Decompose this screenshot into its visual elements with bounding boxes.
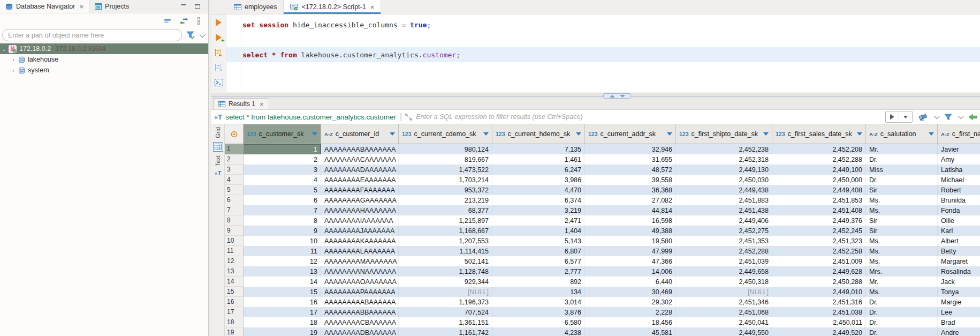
column-header[interactable]: A-Zc_customer_id [321,124,399,144]
tab-projects[interactable]: Projects [89,0,134,13]
column-header[interactable]: A-Zc_first_na [938,124,980,144]
grid-cell[interactable]: 2 [244,154,321,165]
grid-cell[interactable]: 49,388 [585,226,676,236]
sort-arrow-icon[interactable] [576,132,581,136]
grid-cell[interactable]: 2,452,275 [676,226,772,236]
grid-cell[interactable]: 16,598 [585,215,676,226]
row-header[interactable]: 18 [225,317,244,327]
grid-cell[interactable]: 6,580 [492,317,585,327]
row-header[interactable]: 13 [225,266,244,277]
row-header[interactable]: 12 [225,256,244,266]
grid-cell[interactable]: 2,451,408 [772,205,866,215]
grid-cell[interactable]: AAAAAAAADAAAAAAA [321,165,399,175]
grid-cell[interactable]: 3,986 [492,175,585,185]
sort-arrow-icon[interactable] [929,132,934,136]
grid-cell[interactable]: Sir [866,185,938,195]
row-header[interactable]: 3 [225,165,244,175]
chevron-down-icon[interactable] [934,113,940,119]
grid-cell[interactable]: 134 [492,287,585,297]
grid-cell[interactable]: 6,807 [492,246,585,256]
grid-cell[interactable]: 45,581 [585,327,676,336]
grid-cell[interactable]: AAAAAAAACBAAAAAA [321,317,399,327]
grid-cell[interactable]: AAAAAAAAEAAAAAAA [321,175,399,185]
tree-item-lakehouse[interactable]: › lakehouse [0,54,208,65]
tree-item-connection[interactable]: ⌄ 172.18.0.2 172.18.0.2:31604 [0,43,208,54]
grid-cell[interactable]: [NULL] [399,287,492,297]
grid-cell[interactable]: 44,814 [585,205,676,215]
maximize-icon[interactable] [194,4,201,9]
grid-cell[interactable]: Amy [938,154,980,165]
grid-cell[interactable]: 12 [244,256,321,266]
filter-placeholder-text[interactable]: Enter a SQL expression to filter results… [416,113,885,121]
grid-cell[interactable]: 2,449,438 [676,185,772,195]
sort-arrow-icon[interactable] [763,132,769,136]
filter-funnel-icon[interactable] [944,114,952,121]
row-header[interactable]: 14 [225,277,244,287]
grid-cell[interactable]: 2,449,376 [772,215,866,226]
sort-arrow-icon[interactable] [667,132,672,136]
grid-cell[interactable]: AAAAAAAANAAAAAAA [321,266,399,277]
grid-cell[interactable]: 2,452,238 [676,144,772,154]
grid-cell[interactable]: 2,449,406 [676,215,772,226]
grid-cell[interactable]: AAAAAAAAOAAAAAAA [321,277,399,287]
grid-cell[interactable]: Mr. [866,277,938,287]
grid-cell[interactable]: AAAAAAAAGAAAAAAA [321,195,399,205]
grid-cell[interactable]: 47,366 [585,256,676,266]
tree-item-system[interactable]: › system [0,65,208,76]
grid-cell[interactable]: 6,374 [492,195,585,205]
erase-filter-icon[interactable] [918,113,928,121]
sql-code[interactable]: set session hide_inaccessible_columns = … [226,14,980,92]
grid-cell[interactable]: 2,450,030 [676,175,772,185]
grid-cell[interactable]: Mrs. [866,266,938,277]
grid-cell[interactable]: 1,461 [492,154,585,165]
grid-cell[interactable]: Miss [866,165,938,175]
grid-cell[interactable]: 929,344 [399,277,492,287]
grid-cell[interactable]: 2,451,323 [772,236,866,246]
grid-cell[interactable]: AAAAAAAAKAAAAAAA [321,236,399,246]
grid-cell[interactable]: Lee [938,307,980,317]
grid-cell[interactable]: 1 [244,144,321,154]
row-header[interactable]: 11 [225,246,244,256]
overflow-menu-icon[interactable] [196,17,201,25]
grid-cell[interactable]: Latisha [938,165,980,175]
collapsed-chevron-icon[interactable]: › [10,57,17,63]
grid-cell[interactable]: Ms. [866,205,938,215]
grid-cell[interactable]: 27,082 [585,195,676,205]
row-header[interactable]: 2 [225,154,244,165]
grid-cell[interactable]: 502,141 [399,256,492,266]
grid-cell[interactable]: 2,452,318 [676,154,772,165]
grid-cell[interactable]: Ms. [866,195,938,205]
explain-plan-button[interactable] [214,63,224,72]
tab-results-1[interactable]: Results 1 × [213,98,269,109]
grid-cell[interactable]: 2,228 [585,307,676,317]
grid-cell[interactable]: 2,452,288 [676,246,772,256]
row-header[interactable]: 1 [225,144,244,154]
grid-cell[interactable]: 7 [244,205,321,215]
grid-cell[interactable]: 1,473,522 [399,165,492,175]
grid-cell[interactable]: 3,014 [492,297,585,307]
grid-cell[interactable]: 2,451,068 [676,307,772,317]
tab-text[interactable]: «T [215,170,222,176]
grid-cell[interactable]: 3 [244,165,321,175]
grid-cell[interactable]: Betty [938,246,980,256]
grid-cell[interactable]: AAAAAAAAIAAAAAAA [321,215,399,226]
grid-cell[interactable]: 2,450,011 [772,317,866,327]
row-header[interactable]: 8 [225,215,244,226]
grid-cell[interactable]: 13 [244,266,321,277]
grid-cell[interactable]: 15 [244,287,321,297]
filter-query-text[interactable]: select * from lakehouse.customer_analyti… [225,113,396,121]
grid-cell[interactable]: 1,703,214 [399,175,492,185]
grid-cell[interactable]: 2,449,550 [676,327,772,336]
grid-cell[interactable]: Fonda [938,205,980,215]
column-header[interactable]: 123c_current_cdemo_sk [399,124,492,144]
chevron-down-icon[interactable] [958,113,964,119]
grid-cell[interactable]: 2,451,353 [676,236,772,246]
sql-console-button[interactable] [214,78,224,87]
grid-corner[interactable] [225,124,244,144]
apply-filter-button[interactable] [890,114,894,120]
grid-cell[interactable]: 2,449,130 [676,165,772,175]
grid-cell[interactable]: 2,451,438 [676,205,772,215]
grid-cell[interactable]: Robert [938,185,980,195]
grid-cell[interactable]: Jack [938,277,980,287]
grid-cell[interactable]: Tonya [938,287,980,297]
